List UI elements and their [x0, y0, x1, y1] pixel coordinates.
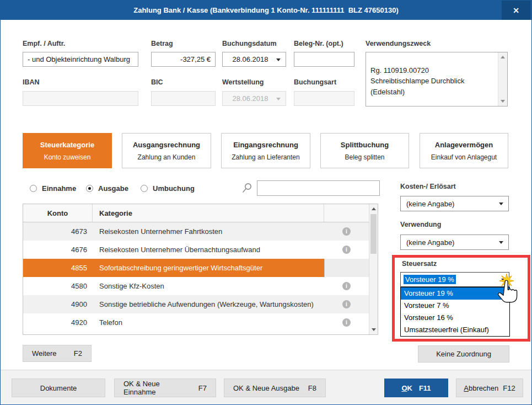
info-cell[interactable]: i	[324, 282, 369, 290]
radio-ausgabe[interactable]	[86, 185, 93, 192]
info-cell[interactable]: i	[324, 318, 369, 327]
tab-subtitle: Zahlung an Lieferanten	[232, 153, 299, 161]
tab-ausgangsrechnung[interactable]: Ausgangsrechnung Zahlung an Kunden	[122, 133, 211, 168]
verwendungszweck-scrollbar[interactable]	[498, 52, 507, 106]
radio-einnahme-label[interactable]: Einnahme	[42, 184, 76, 193]
table-row[interactable]: 4900Sonstige betriebliche Aufwendungen (…	[23, 295, 378, 313]
betrag-input[interactable]: -327,25 €	[151, 52, 216, 67]
kostenart-label: Kosten-/ Erlösart	[400, 183, 456, 190]
verwendungszweck-label: Verwendungszweck	[366, 40, 431, 47]
verwendungszweck-textarea[interactable]: Rg. 110919.00720 Schreibtischlampe Durch…	[366, 52, 508, 106]
bic-label: BIC	[151, 78, 163, 86]
weitere-button[interactable]: Weitere F2	[23, 345, 92, 362]
tab-title: Ausgangsrechnung	[133, 141, 200, 149]
table-row[interactable]: 4676Reisekosten Unternehmer Übernachtung…	[23, 241, 378, 259]
steuersatz-value: Vorsteuer 19 %	[404, 275, 456, 284]
tab-title: Eingangsrechnung	[233, 141, 298, 149]
scrollbar-thumb[interactable]	[370, 214, 377, 254]
kategorie-cell: Sonstige Kfz-Kosten	[93, 277, 324, 295]
scroll-down-icon[interactable]	[372, 328, 376, 331]
abbrechen-button[interactable]: Abbrechen F12	[456, 379, 523, 397]
scroll-up-icon[interactable]	[501, 56, 505, 58]
kategorie-cell: Sonstige betriebliche Aufwendungen (Werk…	[93, 295, 324, 313]
buchungsdatum-caret-icon[interactable]	[276, 58, 281, 61]
empf-input[interactable]: - und Objekteinrichtung Walburg	[23, 52, 138, 67]
tab-eingangsrechnung[interactable]: Eingangsrechnung Zahlung an Lieferanten	[221, 133, 310, 168]
info-icon[interactable]: i	[342, 318, 351, 327]
steuersatz-option[interactable]: Umsatzsteuerfrei (Einkauf)	[401, 324, 509, 336]
steuersatz-option[interactable]: Vorsteuer 16 %	[401, 312, 509, 324]
kostenart-caret-icon	[499, 202, 503, 205]
category-table-rows: 4673Reisekosten Unternehmer Fahrtkosteni…	[23, 222, 378, 332]
beleg-label: Beleg-Nr. (opt.)	[294, 40, 343, 47]
kategorie-cell: Reisekosten Unternehmer Übernachtungsauf…	[93, 241, 324, 259]
buchungsdatum-input[interactable]: 28.06.2018	[222, 52, 286, 67]
ok-neue-einnahme-key: F7	[198, 384, 207, 392]
tab-anlagevermoegen[interactable]: Anlagevermögen Einkauf von Anlagegut	[420, 133, 508, 168]
ok-key: F11	[419, 384, 431, 392]
ok-label: OK	[401, 384, 412, 392]
dokumente-label: Dokumente	[40, 384, 77, 392]
konto-cell: 4900	[23, 295, 93, 313]
table-header: Konto Kategorie	[23, 204, 378, 222]
info-cell	[324, 259, 369, 277]
buchungsdatum-label: Buchungsdatum	[222, 40, 277, 47]
info-icon[interactable]: i	[342, 282, 351, 290]
buchungsdatum-value: 28.06.2018	[232, 55, 268, 63]
info-cell[interactable]: i	[324, 246, 369, 254]
tab-title: Steuerkategorie	[40, 141, 94, 149]
tab-title: Splittbuchung	[341, 141, 389, 149]
kostenart-value: (keine Angabe)	[406, 200, 454, 208]
bic-input	[151, 91, 216, 106]
kategorie-column-header[interactable]: Kategorie	[93, 204, 324, 222]
ok-button[interactable]: OK F11	[384, 379, 448, 397]
iban-label: IBAN	[23, 78, 40, 86]
wertstellung-value: 28.06.2018	[232, 94, 268, 103]
scroll-up-icon[interactable]	[372, 207, 376, 210]
konto-cell: 4673	[23, 222, 93, 241]
tab-subtitle: Beleg splitten	[345, 153, 384, 161]
ok-neue-einnahme-button[interactable]: OK & Neue Einnahme F7	[114, 379, 216, 397]
empf-label: Empf. / Auftr.	[23, 40, 65, 47]
verwendung-select[interactable]: (keine Angabe)	[400, 235, 509, 250]
konto-cell: 4920	[23, 313, 93, 332]
search-icon	[241, 182, 253, 194]
steuersatz-label: Steuersatz	[402, 260, 437, 268]
kategorie-cell: Sofortabschreibung geringwertiger Wirtsc…	[93, 259, 324, 277]
radio-einnahme[interactable]	[30, 185, 37, 192]
radio-ausgabe-label[interactable]: Ausgabe	[98, 184, 128, 193]
dialog-zahlung-bank-kasse: Zahlung Bank / Kasse (Bankverbindung 1 K…	[0, 0, 532, 405]
wertstellung-caret-icon	[276, 98, 281, 100]
tab-splittbuchung[interactable]: Splittbuchung Beleg splitten	[320, 133, 409, 168]
keine-zuordnung-button[interactable]: Keine Zuordnung	[418, 345, 509, 363]
close-button[interactable]: ✕	[502, 1, 530, 20]
ok-neue-ausgabe-button[interactable]: OK & Neue Ausgabe F8	[224, 379, 326, 397]
verwendung-caret-icon	[499, 241, 503, 244]
wertstellung-input: 28.06.2018	[222, 91, 286, 106]
table-row[interactable]: 4580Sonstige Kfz-Kosteni	[23, 277, 378, 295]
table-scrollbar[interactable]	[369, 204, 378, 334]
scroll-down-icon[interactable]	[501, 100, 505, 103]
beleg-input[interactable]	[294, 52, 354, 67]
ok-neue-ausgabe-key: F8	[308, 384, 316, 392]
info-icon[interactable]: i	[342, 300, 351, 308]
konto-cell: 4676	[23, 241, 93, 259]
kostenart-select[interactable]: (keine Angabe)	[400, 196, 509, 211]
titlebar: Zahlung Bank / Kasse (Bankverbindung 1 K…	[1, 1, 531, 20]
table-row[interactable]: 4673Reisekosten Unternehmer Fahrtkosteni	[23, 222, 378, 241]
info-icon[interactable]: i	[342, 246, 351, 254]
dokumente-button[interactable]: Dokumente	[12, 379, 105, 397]
konto-column-header[interactable]: Konto	[23, 204, 93, 222]
table-row[interactable]: 4920Telefoni	[23, 313, 378, 332]
tab-steuerkategorie[interactable]: Steuerkategorie Konto zuweisen	[23, 133, 112, 168]
kategorie-cell: Telefon	[93, 313, 324, 332]
info-cell[interactable]: i	[324, 300, 369, 308]
radio-umbuchung[interactable]	[141, 185, 148, 192]
info-icon[interactable]: i	[342, 227, 351, 236]
info-cell[interactable]: i	[324, 227, 369, 236]
table-row[interactable]: 4855Sofortabschreibung geringwertiger Wi…	[23, 259, 378, 277]
search-input[interactable]	[257, 180, 380, 196]
radio-umbuchung-label[interactable]: Umbuchung	[153, 184, 195, 193]
tab-subtitle: Zahlung an Kunden	[138, 153, 196, 161]
tab-title: Anlagevermögen	[435, 141, 493, 149]
